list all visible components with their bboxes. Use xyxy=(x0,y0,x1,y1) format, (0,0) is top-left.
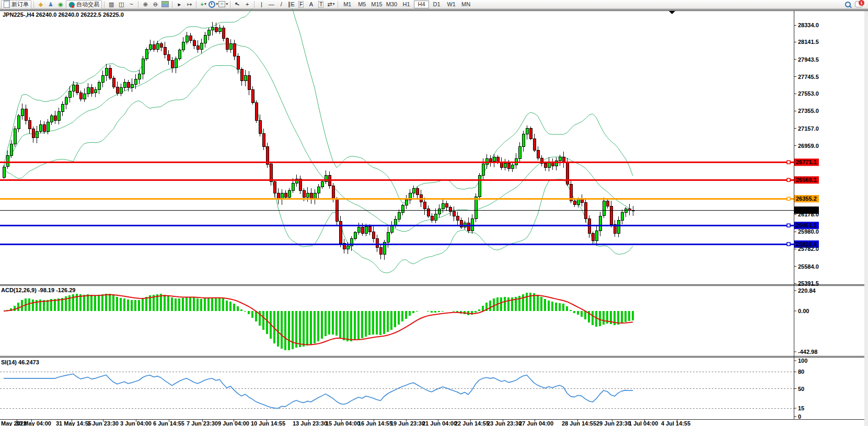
level-handle[interactable] xyxy=(787,243,790,246)
time-axis-label: 28 Jun 14:55 xyxy=(562,420,596,426)
navigator-icon[interactable]: ♟ xyxy=(46,1,55,8)
chart-shift-icon[interactable]: ↦ xyxy=(184,1,194,8)
last-bar-marker xyxy=(669,11,675,14)
svg-text:0.00: 0.00 xyxy=(798,308,809,314)
timeframe-m1[interactable]: M1 xyxy=(340,1,354,8)
svg-text:26959.0: 26959.0 xyxy=(798,143,819,149)
horizontal-line-tool-icon[interactable]: — xyxy=(267,1,276,8)
time-axis-label: 30 May 04:00 xyxy=(16,420,51,426)
toolbar-separator xyxy=(33,1,34,8)
chat-icon[interactable]: 1 xyxy=(855,1,863,7)
timeframe-h4[interactable]: H4 xyxy=(414,1,429,8)
toolbar-separator xyxy=(172,1,172,8)
trendline-tool-icon[interactable]: / xyxy=(276,1,286,8)
zoom-out-icon[interactable]: ⊖ xyxy=(151,1,160,8)
svg-text:50: 50 xyxy=(798,386,804,392)
toolbar-separator xyxy=(338,1,338,8)
time-axis-label: 31 May 14:55 xyxy=(56,420,91,426)
timeframe-w1[interactable]: W1 xyxy=(444,1,458,8)
vertical-line-tool-icon[interactable]: | xyxy=(257,1,266,8)
horizontal-levels: 26771.126569.126355.226225.026051.125838… xyxy=(0,158,819,248)
cursor-icon[interactable]: ↖ xyxy=(232,0,243,9)
crosshair-icon[interactable]: + xyxy=(242,1,252,8)
svg-text:220.84: 220.84 xyxy=(798,287,816,294)
svg-text:27553.0: 27553.0 xyxy=(798,90,819,97)
line-chart-icon[interactable]: ~ xyxy=(126,1,136,8)
equidistant-channel-tool-icon[interactable]: ∥E xyxy=(286,1,296,8)
auto-trading-label: 自动交易 xyxy=(76,1,99,8)
price-axis: 28334.028141.527943.527745.527553.027355… xyxy=(794,22,819,286)
timeframe-m30[interactable]: M30 xyxy=(385,1,399,8)
toolbar-separator xyxy=(138,1,138,8)
chart-title: JPN225-,H4 26240.0 26240.0 26222.5 26225… xyxy=(3,11,124,18)
time-axis-label: 4 Jul 14:55 xyxy=(661,420,690,426)
fibonacci-tool-icon[interactable]: F xyxy=(296,1,306,8)
svg-text:28141.5: 28141.5 xyxy=(798,39,819,45)
toolbar-separator xyxy=(230,1,230,8)
time-axis-label: 15 Jun 04:00 xyxy=(326,420,360,426)
time-axis-label: 6 Jun 14:55 xyxy=(153,420,184,426)
svg-text:80: 80 xyxy=(798,369,804,375)
toolbar-separator xyxy=(104,1,105,8)
price-badge: 26051.1 xyxy=(794,222,819,229)
timeframe-m15[interactable]: M15 xyxy=(369,1,384,8)
bar-chart-icon[interactable]: ▥ xyxy=(107,1,116,8)
svg-text:25980.0: 25980.0 xyxy=(798,228,819,235)
auto-scroll-icon[interactable]: ▸ xyxy=(175,1,184,8)
level-handle[interactable] xyxy=(787,160,790,164)
time-axis-label: 13 Jun 23:30 xyxy=(293,420,327,426)
auto-trading-button[interactable]: ⬤ 自动交易 xyxy=(66,0,102,9)
time-axis-label: 19 Jun 23:30 xyxy=(390,420,425,426)
price-badge: 26771.1 xyxy=(794,158,819,166)
time-axis-label: 21 Jun 04:00 xyxy=(422,420,457,426)
svg-text:26355.2: 26355.2 xyxy=(796,195,817,202)
timeframe-d1[interactable]: D1 xyxy=(430,1,444,8)
level-handle[interactable] xyxy=(787,178,790,181)
svg-text:27943.5: 27943.5 xyxy=(798,56,819,63)
time-axis-label: 7 Jun 23:30 xyxy=(187,420,218,426)
macd-indicator-label: ACD(12,26,9) -98.19 -126.29 xyxy=(1,287,75,293)
new-chart-icon[interactable]: +▾ xyxy=(199,1,208,8)
price-badge: 26355.2 xyxy=(794,195,819,202)
label-tool-icon[interactable]: T xyxy=(316,1,326,8)
svg-text:26178.0: 26178.0 xyxy=(798,211,819,217)
time-axis-label: 16 Jun 14:55 xyxy=(358,420,392,426)
tile-windows-icon[interactable] xyxy=(160,1,170,8)
zoom-in-icon[interactable]: ⊕ xyxy=(141,1,150,8)
chart-canvas: 26771.126569.126355.226225.026051.125838… xyxy=(0,0,868,426)
time-axis-label: 9 Jun 04:00 xyxy=(218,420,249,426)
new-order-button[interactable]: 新订单 xyxy=(1,0,31,9)
level-handle[interactable] xyxy=(787,224,790,227)
toolbar: 新订单 ◆ ♟ ◉ ⬤ 自动交易 ▥ ◫ ~ ⊕ ⊖ ▸ ↦ +▾ ▾ ≈▾ ↖… xyxy=(0,0,868,9)
toolbar-right-group: 1 xyxy=(845,1,867,7)
time-axis-label: 3 Jun 04:00 xyxy=(120,420,152,426)
notification-badge: 1 xyxy=(859,0,864,6)
profiles-icon[interactable]: ▾ xyxy=(209,1,218,8)
svg-text:-442.98: -442.98 xyxy=(798,349,817,355)
rsi-line xyxy=(4,374,633,408)
market-watch-icon[interactable]: ◆ xyxy=(36,1,45,8)
timeframe-mn[interactable]: MN xyxy=(459,1,473,8)
text-tool-icon[interactable]: A xyxy=(306,1,316,8)
candlestick-chart-icon[interactable]: ◫ xyxy=(117,1,126,8)
svg-text:15: 15 xyxy=(798,405,804,411)
time-axis-label: 22 Jun 14:55 xyxy=(455,420,489,426)
rsi-panel: 1008050150 xyxy=(0,358,807,420)
svg-text:27355.0: 27355.0 xyxy=(798,108,819,114)
indicators-icon[interactable]: ≈▾ xyxy=(218,1,228,8)
toolbar-separator xyxy=(196,1,196,8)
terminal-icon[interactable]: ◉ xyxy=(56,1,65,8)
bollinger-bands xyxy=(4,0,633,273)
new-order-icon xyxy=(4,1,10,8)
search-icon[interactable] xyxy=(845,2,851,7)
svg-text:26771.1: 26771.1 xyxy=(796,159,817,165)
arrows-tool-icon[interactable]: ⇄▾ xyxy=(326,1,335,8)
level-handle[interactable] xyxy=(787,197,790,200)
timeframe-m5[interactable]: M5 xyxy=(355,1,369,8)
svg-text:27745.5: 27745.5 xyxy=(798,74,819,80)
svg-text:0: 0 xyxy=(798,413,801,420)
mt4-window: 26771.126569.126355.226225.026051.125838… xyxy=(0,0,868,426)
time-axis-label: 1 Jul 04:00 xyxy=(629,420,658,426)
svg-text:26569.1: 26569.1 xyxy=(796,177,817,183)
timeframe-h1[interactable]: H1 xyxy=(399,1,413,8)
